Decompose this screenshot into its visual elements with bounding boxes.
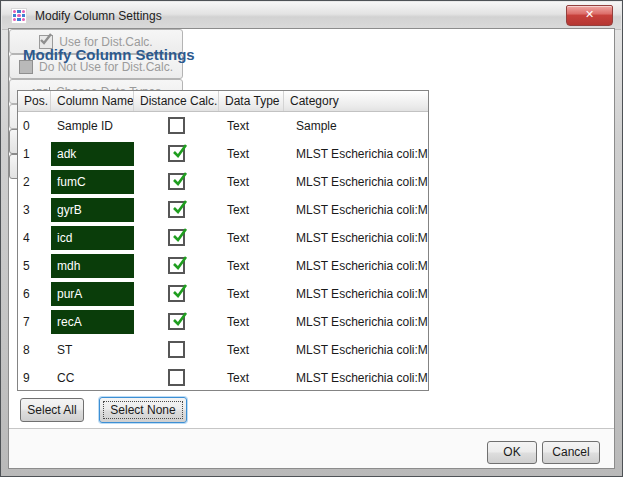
table-header-row: Pos. Column Name Distance Calc. Data Typ… <box>18 91 428 112</box>
row-category: MLST Escherichia coli:MLST <box>284 336 428 364</box>
title-bar[interactable]: Modify Column Settings ✕ <box>2 2 621 30</box>
row-pos: 5 <box>18 252 51 280</box>
row-category: MLST Escherichia coli:MLST <box>284 252 428 280</box>
distance-calc-checkbox[interactable] <box>168 313 185 330</box>
select-all-button[interactable]: Select All <box>20 398 84 422</box>
table-row[interactable]: 0 Sample ID Text Sample <box>18 112 428 140</box>
table-body: 0 Sample ID Text Sample 1 adk Text <box>18 112 428 391</box>
column-name-cell[interactable]: icd <box>51 226 134 250</box>
row-data-type: Text <box>219 168 284 196</box>
column-name-cell[interactable]: ST <box>51 338 134 362</box>
row-category: MLST Escherichia coli:MLST <box>284 196 428 224</box>
column-name-cell[interactable]: CC <box>51 366 134 390</box>
row-pos: 1 <box>18 140 51 168</box>
table-row[interactable]: 3 gyrB Text MLST Escherichia coli:MLST <box>18 196 428 224</box>
row-category: MLST Escherichia coli:MLST <box>284 224 428 252</box>
row-pos: 4 <box>18 224 51 252</box>
header-distance-calc[interactable]: Distance Calc. <box>134 91 219 111</box>
distance-calc-checkbox[interactable] <box>168 229 185 246</box>
distance-calc-checkbox[interactable] <box>168 257 185 274</box>
row-pos: 2 <box>18 168 51 196</box>
row-category: MLST Escherichia coli:MLST <box>284 308 428 336</box>
distance-calc-checkbox[interactable] <box>168 285 185 302</box>
column-name-cell[interactable]: Sample ID <box>51 114 134 138</box>
row-data-type: Text <box>219 112 284 140</box>
row-category: MLST Escherichia coli:MLST <box>284 364 428 391</box>
table-row[interactable]: 7 recA Text MLST Escherichia coli:MLST <box>18 308 428 336</box>
checkmark-icon <box>170 310 188 328</box>
row-category: MLST Escherichia coli:MLST <box>284 280 428 308</box>
checkmark-icon <box>170 282 188 300</box>
row-pos: 9 <box>18 364 51 391</box>
column-name-cell[interactable]: adk <box>51 142 134 166</box>
ok-button[interactable]: OK <box>487 441 537 464</box>
row-category: Sample <box>284 112 428 140</box>
row-data-type: Text <box>219 308 284 336</box>
app-icon <box>11 8 27 24</box>
row-category: MLST Escherichia coli:MLST <box>284 140 428 168</box>
column-name-cell[interactable]: gyrB <box>51 198 134 222</box>
distance-calc-checkbox[interactable] <box>168 369 185 386</box>
row-data-type: Text <box>219 140 284 168</box>
column-name-cell[interactable]: recA <box>51 310 134 334</box>
column-name-cell[interactable]: fumC <box>51 170 134 194</box>
table-row[interactable]: 5 mdh Text MLST Escherichia coli:MLST <box>18 252 428 280</box>
table-row[interactable]: 2 fumC Text MLST Escherichia coli:MLST <box>18 168 428 196</box>
table-row[interactable]: 6 purA Text MLST Escherichia coli:MLST <box>18 280 428 308</box>
checkmark-icon <box>170 198 188 216</box>
table-row[interactable]: 4 icd Text MLST Escherichia coli:MLST <box>18 224 428 252</box>
page-title: Modify Column Settings <box>23 46 195 63</box>
dialog-content: Modify Column Settings Pos. Column Name … <box>8 28 615 469</box>
distance-calc-checkbox[interactable] <box>168 145 185 162</box>
row-data-type: Text <box>219 364 284 391</box>
close-icon[interactable]: ✕ <box>566 5 613 26</box>
row-data-type: Text <box>219 252 284 280</box>
column-name-cell[interactable]: mdh <box>51 254 134 278</box>
row-data-type: Text <box>219 280 284 308</box>
row-category: MLST Escherichia coli:MLST <box>284 168 428 196</box>
row-data-type: Text <box>219 196 284 224</box>
cancel-button[interactable]: Cancel <box>542 441 600 464</box>
checkmark-icon <box>170 254 188 272</box>
window-title: Modify Column Settings <box>35 9 162 23</box>
row-pos: 3 <box>18 196 51 224</box>
row-data-type: Text <box>219 336 284 364</box>
checkmark-icon <box>170 170 188 188</box>
columns-table: Pos. Column Name Distance Calc. Data Typ… <box>17 90 429 391</box>
table-row[interactable]: 1 adk Text MLST Escherichia coli:MLST <box>18 140 428 168</box>
checked-checkbox-icon <box>39 35 53 49</box>
distance-calc-checkbox[interactable] <box>168 201 185 218</box>
table-row[interactable]: 8 ST Text MLST Escherichia coli:MLST <box>18 336 428 364</box>
header-data-type[interactable]: Data Type <box>219 91 284 111</box>
checkmark-icon <box>170 142 188 160</box>
row-pos: 8 <box>18 336 51 364</box>
header-category[interactable]: Category <box>284 91 428 111</box>
row-pos: 0 <box>18 112 51 140</box>
checkmark-icon <box>170 226 188 244</box>
row-data-type: Text <box>219 224 284 252</box>
distance-calc-checkbox[interactable] <box>168 341 185 358</box>
row-pos: 6 <box>18 280 51 308</box>
header-column-name[interactable]: Column Name <box>51 91 134 111</box>
modify-column-settings-dialog: Modify Column Settings ✕ Modify Column S… <box>0 0 623 477</box>
distance-calc-checkbox[interactable] <box>168 173 185 190</box>
column-name-cell[interactable]: purA <box>51 282 134 306</box>
header-pos[interactable]: Pos. <box>18 91 51 111</box>
select-none-button[interactable]: Select None <box>99 397 187 423</box>
distance-calc-checkbox[interactable] <box>168 117 185 134</box>
row-pos: 7 <box>18 308 51 336</box>
table-row[interactable]: 9 CC Text MLST Escherichia coli:MLST <box>18 364 428 391</box>
